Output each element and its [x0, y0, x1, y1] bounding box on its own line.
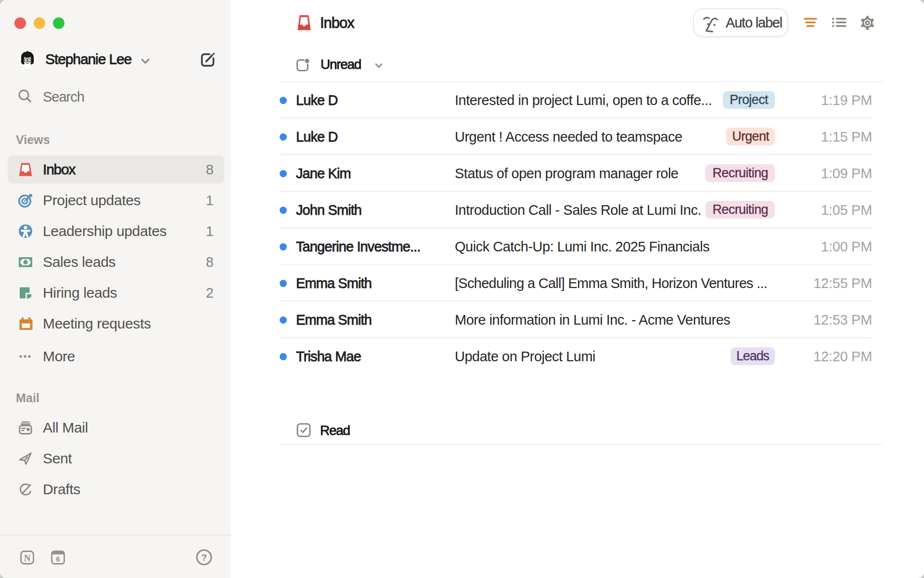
svg-text:6: 6 [56, 555, 60, 563]
svg-text:N: N [24, 553, 31, 563]
svg-text:?: ? [201, 552, 207, 563]
